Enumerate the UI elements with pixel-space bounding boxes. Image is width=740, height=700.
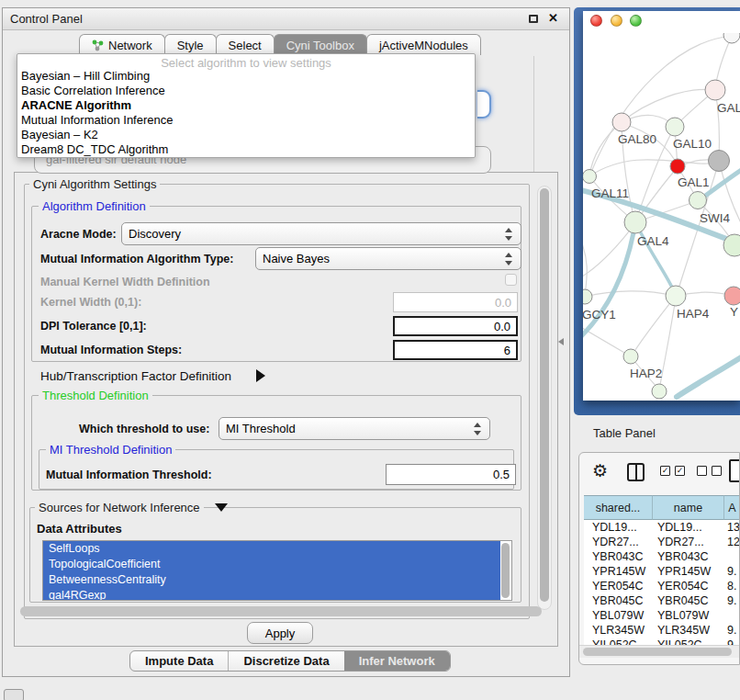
node-partial-bottom[interactable] (652, 384, 667, 399)
dropdown-hint: Select algorithm to view settings (17, 54, 475, 69)
expander-right-icon[interactable] (256, 369, 265, 382)
table-row[interactable]: YDR27... YDR27... 12 (584, 535, 740, 549)
corner-button[interactable] (4, 689, 24, 700)
dropdown-item[interactable]: Bayesian – K2 (17, 128, 475, 142)
float-window-icon[interactable] (529, 15, 538, 23)
network-graph[interactable]: GAL GAL80 GAL10 GAL1 GAL11 SWI4 GAL4 GCY… (583, 33, 740, 401)
tab-label: Select (229, 39, 262, 52)
table-row[interactable]: YPR145W YPR145W 9. (584, 564, 740, 579)
node-gal1[interactable] (690, 192, 707, 209)
panel-title: Control Panel (10, 12, 83, 26)
list-item[interactable]: SelfLoops (43, 541, 500, 557)
node-gcy1[interactable] (583, 289, 592, 304)
split-columns-icon[interactable] (627, 463, 645, 481)
tab-jactivemnodules[interactable]: jActiveMNodules (366, 34, 481, 55)
node-gal4[interactable] (624, 211, 646, 233)
node-gal10[interactable] (666, 118, 684, 136)
cell-name: YLR345W (653, 623, 724, 638)
cell-value: 13 (724, 520, 740, 535)
dropdown-item-selected[interactable]: ARACNE Algorithm (17, 98, 475, 113)
close-icon[interactable]: ✕ (548, 11, 558, 25)
mi-algorithm-type-select[interactable]: Naive Bayes (255, 247, 521, 270)
kernel-width-input[interactable]: 0.0 (393, 292, 518, 312)
list-scrollbar[interactable] (501, 543, 510, 598)
dropdown-item[interactable]: Bayesian – Hill Climbing (17, 69, 475, 84)
dpi-tolerance-input[interactable]: 0.0 (393, 316, 518, 336)
list-item[interactable]: gal4RGexp (43, 588, 500, 601)
table-row[interactable]: YBR045C YBR045C 9. (584, 593, 740, 608)
spinner-arrows-icon (473, 422, 483, 436)
tab-impute-data[interactable]: Impute Data (130, 651, 228, 671)
scrollbar-thumb[interactable] (583, 648, 732, 656)
cell-shared-name: YBL079W (584, 608, 653, 623)
node-hap2[interactable] (623, 349, 638, 364)
table-row[interactable]: YBR043C YBR043C (584, 549, 740, 564)
mi-steps-label: Mutual Information Steps: (40, 344, 182, 356)
list-item[interactable]: BetweennessCentrality (43, 572, 500, 588)
settings-vertical-scrollbar[interactable] (537, 186, 552, 610)
tab-select[interactable]: Select (216, 34, 275, 55)
dropdown-item[interactable]: Dream8 DC_TDC Algorithm (17, 142, 475, 157)
node-label: HAP4 (677, 307, 710, 321)
zoom-traffic-light-icon[interactable] (630, 15, 642, 27)
gear-icon[interactable]: ⚙ (592, 460, 608, 481)
splitpane-collapse-icon[interactable] (558, 338, 564, 345)
tab-style[interactable]: Style (164, 34, 217, 55)
dpi-tolerance-label: DPI Tolerance [0,1]: (40, 320, 147, 333)
table-row[interactable]: YIL052C YIL052C 9. (584, 638, 740, 645)
table-panel-title: Table Panel (593, 426, 656, 440)
dropdown-item[interactable]: Mutual Information Inference (17, 113, 475, 128)
threshold-definition-title: Threshold Definition (39, 389, 152, 402)
node-partial-top[interactable] (723, 33, 740, 43)
threshold-select[interactable]: MI Threshold (219, 417, 490, 440)
aracne-mode-select[interactable]: Discovery (121, 222, 521, 245)
mi-threshold-input[interactable]: 0.5 (386, 464, 516, 485)
manual-kernel-width-checkbox[interactable] (505, 274, 517, 286)
node-hap4[interactable] (666, 286, 686, 306)
dropdown-item[interactable]: Basic Correlation Inference (17, 84, 475, 98)
column-header-shared-name[interactable]: shared... (584, 495, 653, 520)
scrollbar-thumb[interactable] (540, 188, 549, 602)
minimize-traffic-light-icon[interactable] (611, 15, 622, 27)
node-label: GAL10 (673, 137, 712, 151)
select-all-checkbox-icon[interactable]: ✓ (660, 466, 670, 476)
column-header-name[interactable]: name (653, 495, 724, 520)
sources-title[interactable]: Sources for Network Inference (35, 501, 204, 514)
mi-threshold-title: MI Threshold Definition (46, 443, 175, 457)
table-row[interactable]: YLR345W YLR345W 9. (584, 623, 740, 638)
select-all-checkbox-icon[interactable]: ✓ (675, 466, 685, 476)
node-gal11[interactable] (583, 170, 597, 184)
list-item[interactable]: TopologicalCoefficient (43, 557, 500, 572)
mi-steps-input[interactable]: 6 (393, 340, 518, 360)
cell-value: 12 (724, 535, 740, 549)
node-gal2[interactable] (705, 80, 725, 100)
deselect-checkbox-icon[interactable] (697, 466, 707, 476)
deselect-checkbox-icon[interactable] (712, 466, 722, 476)
close-traffic-light-icon[interactable] (590, 15, 602, 27)
node-gray[interactable] (709, 151, 730, 172)
column-header-partial[interactable]: A (724, 495, 740, 520)
tab-cyni-toolbox[interactable]: Cyni Toolbox (274, 34, 367, 55)
node-salmon[interactable] (724, 287, 740, 305)
cell-shared-name: YDL19... (584, 520, 653, 535)
apply-button[interactable]: Apply (247, 622, 313, 644)
tab-discretize-data[interactable]: Discretize Data (228, 651, 343, 671)
table-panel-window: ⚙ ✓ ✓ shared... name A YDL19... YDL19...… (578, 452, 740, 665)
selected-value: Discovery (129, 227, 181, 241)
tab-network[interactable]: Network (79, 34, 165, 55)
settings-horizontal-scrollbar[interactable] (20, 606, 542, 616)
node-gal80[interactable] (612, 113, 631, 131)
tab-infer-network[interactable]: Infer Network (344, 651, 450, 671)
table-horizontal-scrollbar[interactable] (579, 645, 740, 658)
node-red-selected[interactable] (670, 159, 685, 174)
new-table-icon[interactable] (729, 459, 740, 482)
hub-expander-label[interactable]: Hub/Transcription Factor Definition (40, 369, 231, 383)
cell-shared-name: YLR345W (584, 623, 653, 638)
focused-combobox-fragment[interactable] (477, 90, 491, 119)
table-row[interactable]: YDL19... YDL19... 13 (584, 520, 740, 535)
table-row[interactable]: YBL079W YBL079W (584, 608, 740, 623)
expander-down-icon[interactable] (215, 503, 228, 512)
table-row[interactable]: YER054C YER054C 8. (584, 579, 740, 593)
cell-value: 9. (724, 638, 740, 645)
tab-label: Network (108, 39, 152, 52)
